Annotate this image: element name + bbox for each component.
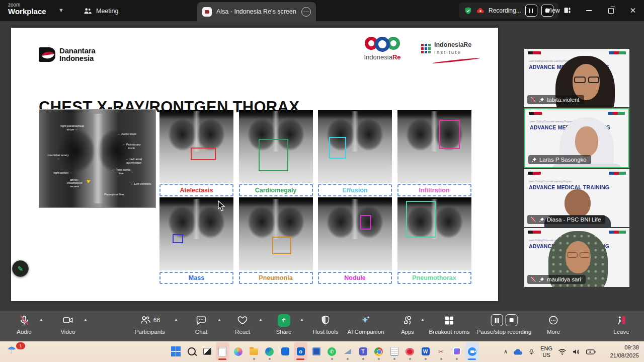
participant-tile[interactable]: Learn Coding/Corporate Learning Program …: [524, 169, 629, 227]
indonesiare-circles-icon: [360, 37, 405, 52]
share-button[interactable]: Share: [276, 314, 292, 335]
pin-icon: [539, 217, 544, 223]
xray-image: [239, 197, 313, 270]
zoom-meeting-window: zoom Workplace ▼ Meeting Alsa - Indonesi…: [0, 0, 644, 362]
ai-companion-button[interactable]: AI Companion: [348, 314, 384, 335]
wifi-icon[interactable]: [558, 348, 567, 355]
xray-image: [397, 197, 471, 270]
stop-icon[interactable]: [506, 314, 518, 326]
chat-options-chevron[interactable]: ▲: [217, 317, 222, 322]
audio-button[interactable]: Audio: [17, 314, 31, 335]
copilot-icon[interactable]: [231, 342, 245, 360]
pin-icon: [539, 97, 544, 103]
participant-tile[interactable]: Learn Coding/Corporate Learning Program …: [524, 49, 629, 107]
file-explorer-icon[interactable]: [247, 342, 261, 360]
mini-slide-program: Learn Coding/Corporate Learning Program: [530, 120, 573, 123]
snipping-tool-icon[interactable]: ✂: [434, 342, 448, 360]
chevron-down-icon[interactable]: ▼: [58, 7, 64, 13]
tab-shared-screen[interactable]: Alsa - Indonesia Re's screen ⋯: [197, 2, 316, 21]
participants-label: Participants: [135, 329, 165, 335]
institute-line2: Institute: [434, 50, 461, 55]
xray-image: [318, 197, 392, 270]
restore-button[interactable]: [600, 0, 622, 21]
weather-widget[interactable]: ☂ 1: [7, 344, 27, 360]
authenticator-app-icon[interactable]: [309, 342, 323, 360]
xray-image: [159, 110, 233, 183]
tray-expand-chevron[interactable]: ∧: [504, 348, 508, 355]
anatomy-label: Para-aortic line: [109, 168, 133, 175]
view-layout-icon: [564, 7, 571, 14]
tab-options-icon[interactable]: ⋯: [301, 7, 311, 17]
leave-label: Leave: [613, 329, 629, 335]
security-shield-icon[interactable]: [464, 7, 472, 15]
photos-app-icon[interactable]: [450, 342, 463, 360]
participant-tile-active-speaker[interactable]: Learn Coding/Corporate Learning Program …: [524, 108, 629, 168]
participants-button[interactable]: 66 Participants: [135, 314, 165, 335]
apps-button[interactable]: Apps: [401, 314, 414, 335]
more-button[interactable]: More: [547, 314, 560, 335]
edge-browser-icon[interactable]: [263, 342, 276, 360]
host-tools-button[interactable]: Host tools: [312, 314, 338, 335]
zoom-toolbar: Audio ▲ Video ▲ 66 Participants ▲ Chat ▲…: [0, 311, 644, 341]
audio-options-chevron[interactable]: ▲: [39, 317, 44, 322]
volume-icon[interactable]: [572, 348, 581, 355]
search-icon[interactable]: [185, 342, 198, 360]
mini-slide-title: ADVANCE MEDICAL TRAINING: [529, 184, 609, 190]
share-screen-icon: [278, 314, 290, 327]
zoom-app-icon[interactable]: [465, 342, 479, 360]
breakout-rooms-button[interactable]: Breakout rooms: [429, 314, 469, 335]
react-button[interactable]: React: [235, 314, 250, 335]
chrome-icon[interactable]: [372, 342, 385, 360]
xray-image: [397, 110, 471, 183]
language-indicator[interactable]: ENGUS: [540, 345, 552, 358]
mouse-cursor: [218, 200, 226, 211]
window-controls: ✕: [578, 0, 644, 21]
tab-meeting[interactable]: Meeting: [79, 4, 122, 18]
minimize-button[interactable]: [578, 0, 600, 21]
tray-mic-icon[interactable]: [528, 348, 535, 356]
time: 09:38: [624, 344, 639, 350]
muted-mic-icon: [530, 276, 536, 282]
word-icon[interactable]: W: [419, 342, 432, 360]
task-view-icon[interactable]: [200, 342, 214, 360]
store-app-icon[interactable]: [278, 342, 292, 360]
clock[interactable]: 09:38 21/08/2025: [610, 343, 639, 359]
view-button[interactable]: View: [542, 5, 575, 16]
document-app-icon[interactable]: [216, 342, 229, 360]
camera-icon: [62, 315, 74, 326]
share-options-chevron[interactable]: ▲: [300, 317, 304, 322]
react-options-chevron[interactable]: ▲: [259, 317, 263, 322]
teams-icon[interactable]: T: [356, 342, 370, 360]
onedrive-cloud-icon[interactable]: [513, 348, 523, 355]
video-options-chevron[interactable]: ▲: [84, 317, 88, 322]
xray-tile: Pneumothorax: [397, 197, 471, 284]
chat-button[interactable]: Chat: [195, 314, 207, 335]
react-label: React: [235, 329, 250, 335]
participant-tile[interactable]: Learn Coding/Corporate Learning Program …: [524, 228, 629, 287]
danantara-logo: DanantaraIndonesia: [39, 47, 96, 62]
video-button[interactable]: Video: [60, 314, 75, 335]
outlook-icon[interactable]: o: [294, 342, 307, 360]
pause-stop-recording-button[interactable]: Pause/stop recording: [477, 314, 532, 335]
apps-label: Apps: [401, 329, 414, 335]
apps-options-chevron[interactable]: ▲: [421, 317, 425, 322]
annotation-box: [259, 139, 288, 171]
date: 21/08/2025: [610, 352, 639, 358]
mini-logo-icon: [608, 112, 625, 115]
battery-icon[interactable]: [586, 348, 596, 355]
whatsapp-icon[interactable]: ✆: [325, 342, 339, 360]
participants-options-chevron[interactable]: ▲: [174, 317, 179, 322]
participant-name: Laras P Sasongko: [539, 157, 587, 163]
notes-app-icon[interactable]: [387, 342, 401, 360]
breakout-grid-icon: [444, 315, 455, 326]
annotate-pencil-button[interactable]: ✎: [12, 260, 29, 277]
meeting-tab-label: Meeting: [96, 8, 118, 15]
close-button[interactable]: ✕: [622, 0, 644, 21]
red-app-icon[interactable]: [403, 342, 417, 360]
start-button[interactable]: [169, 342, 183, 360]
utility-app-icon[interactable]: [341, 342, 354, 360]
leave-button[interactable]: Leave: [613, 314, 629, 335]
pause-recording-button[interactable]: [525, 5, 537, 17]
pause-icon[interactable]: [491, 314, 503, 326]
apps-icon: [402, 315, 413, 326]
